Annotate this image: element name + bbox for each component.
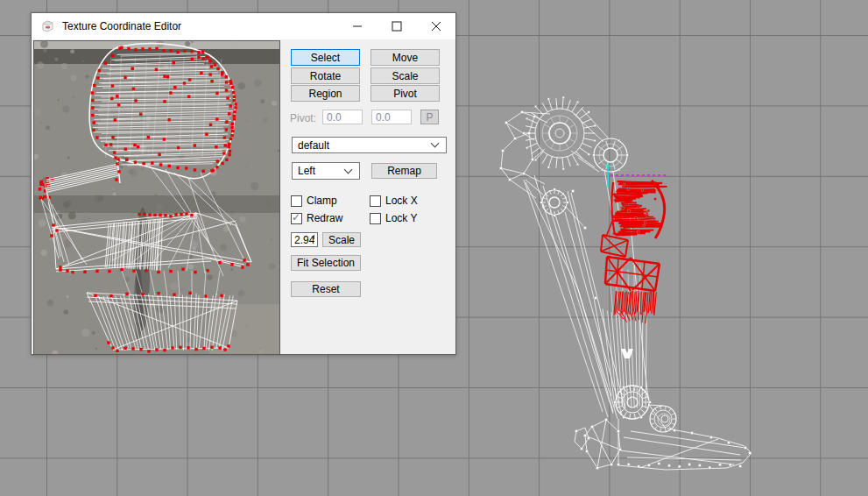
reset-button[interactable]: Reset [291,281,361,297]
close-button[interactable] [416,13,455,39]
lock-y-label: Lock Y [385,212,417,224]
window-title: Texture Coordinate Editor [62,20,181,32]
lock-x-checkbox[interactable] [370,195,381,207]
3d-viewport[interactable]: Texture Coordinate Editor Select Move Ro… [0,0,868,496]
uv-wireframe [34,41,279,354]
pivot-x-field[interactable] [322,110,363,124]
close-icon [431,21,441,32]
pivot-y-field[interactable] [371,110,412,124]
chevron-down-icon [431,139,440,148]
lock-x-label: Lock X [385,195,418,207]
material-dropdown-value: default [298,139,329,152]
window-titlebar[interactable]: Texture Coordinate Editor [32,13,455,39]
remap-button[interactable]: Remap [371,163,437,179]
maximize-button[interactable] [377,13,416,39]
rotate-tool-button[interactable]: Rotate [291,67,360,84]
clamp-label: Clamp [307,195,337,207]
pivot-p-button[interactable]: P [420,110,439,124]
material-dropdown[interactable]: default [292,137,447,153]
text-cursor [314,235,314,239]
pivot-tool-button[interactable]: Pivot [370,85,440,102]
pivot-label: Pivot: [290,112,316,124]
redraw-checkbox[interactable] [291,213,302,224]
move-tool-button[interactable]: Move [370,49,440,66]
redraw-label: Redraw [307,212,342,224]
lock-y-checkbox[interactable] [370,213,381,224]
texture-coordinate-editor-window: Texture Coordinate Editor Select Move Ro… [31,12,456,355]
app-cube-icon [40,19,55,33]
select-tool-button[interactable]: Select [291,49,360,66]
view-dropdown-value: Left [298,165,315,177]
maximize-icon [392,21,402,32]
region-tool-button[interactable]: Region [291,85,360,102]
scale-apply-button[interactable]: Scale [322,232,361,247]
minimize-icon [352,21,363,32]
uv-editor-canvas[interactable] [33,40,280,355]
scale-tool-button[interactable]: Scale [370,67,440,84]
fit-selection-button[interactable]: Fit Selection [291,255,361,271]
clamp-checkbox[interactable] [291,195,302,207]
view-dropdown[interactable]: Left [292,162,360,180]
chevron-down-icon [344,165,353,174]
minimize-button[interactable] [337,13,377,39]
